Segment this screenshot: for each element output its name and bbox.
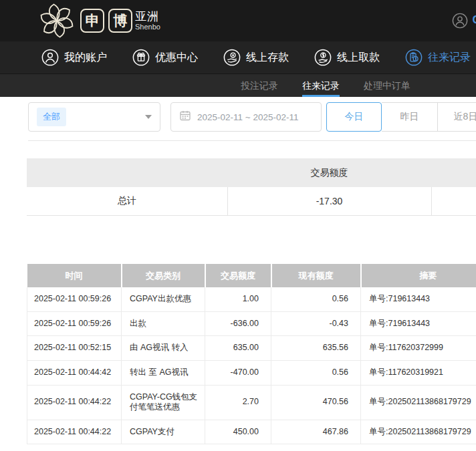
logo-char-bo: 博 <box>108 9 132 33</box>
cell-time: 2025-02-11 00:44:42 <box>27 360 122 385</box>
cell-balance: 467.86 <box>271 420 361 444</box>
flower-logo-icon <box>37 1 76 40</box>
brand-logo[interactable]: 申 博 亚洲 Shenbo <box>37 1 160 40</box>
nav-item-label: 往来记录 <box>428 51 471 65</box>
cell-time: 2025-02-11 00:59:26 <box>27 311 122 336</box>
cell-type: CGPAY支付 <box>122 420 205 444</box>
quick-date-buttons: 今日 昨日 近8日 <box>326 102 476 132</box>
cell-memo: 单号:719613443 <box>361 287 476 311</box>
cell-memo: 单号:719613443 <box>361 311 476 336</box>
account-avatar-icon[interactable] <box>452 13 468 31</box>
tab-pending-orders[interactable]: 处理中订单 <box>364 74 410 97</box>
nav-item-label: 线上存款 <box>246 51 289 65</box>
summary-total-row: 总计 -17.30 <box>27 187 476 216</box>
records-icon <box>405 49 423 66</box>
logo-region: 亚洲 <box>135 11 160 23</box>
nav-item-my-account[interactable]: 我的账户 <box>41 49 107 66</box>
cell-amount: 635.00 <box>205 336 271 361</box>
date-range-value: 2025-02-11 ~ 2025-02-11 <box>197 112 299 122</box>
table-row: 2025-02-11 00:59:26 出款 -636.00 -0.43 单号:… <box>27 311 476 336</box>
cell-balance: 470.56 <box>271 385 361 420</box>
col-header-balance: 现有额度 <box>271 264 361 287</box>
today-button[interactable]: 今日 <box>326 102 382 132</box>
cell-time: 2025-02-11 00:44:22 <box>27 385 122 420</box>
logo-char-shen: 申 <box>80 9 104 33</box>
selected-type-chip[interactable]: 全部 <box>37 108 66 126</box>
cell-memo: 单号:202502113868179729 <box>361 385 476 420</box>
nav-item-withdraw[interactable]: 线上取款 <box>314 49 380 66</box>
cell-type: 由 AG视讯 转入 <box>122 336 205 361</box>
table-row: 2025-02-11 00:44:42 转出 至 AG视讯 -470.00 0.… <box>27 360 476 385</box>
last-8-days-button[interactable]: 近8日 <box>438 102 476 132</box>
summary-header-empty <box>27 158 227 187</box>
filter-divider <box>28 140 476 141</box>
cell-type: 出款 <box>122 311 205 336</box>
cell-time: 2025-02-11 00:44:22 <box>27 420 122 444</box>
col-header-memo: 摘要 <box>361 264 476 287</box>
nav-item-label: 我的账户 <box>64 51 107 65</box>
cell-type: CGPAY出款优惠 <box>122 287 205 311</box>
summary-table: 交易额度 总计 -17.30 <box>27 158 476 216</box>
cell-memo: 单号:117620319921 <box>361 360 476 385</box>
summary-header-empty <box>431 158 476 187</box>
cell-time: 2025-02-11 00:59:26 <box>27 287 122 311</box>
summary-header-row: 交易额度 <box>27 158 476 187</box>
tab-betting-records[interactable]: 投注记录 <box>241 74 278 97</box>
cell-amount: 2.70 <box>205 385 271 420</box>
date-range-input[interactable]: 2025-02-11 ~ 2025-02-11 <box>170 102 322 132</box>
cell-amount: -470.00 <box>205 360 271 385</box>
cell-balance: 635.56 <box>271 336 361 361</box>
username-partial[interactable]: C <box>472 14 476 26</box>
cell-memo: 单号:202502113868179729 <box>361 420 476 444</box>
chevron-down-icon <box>145 115 152 119</box>
nav-item-transaction-records[interactable]: 往来记录 <box>405 49 471 66</box>
calendar-icon <box>179 110 191 124</box>
cell-amount: -636.00 <box>205 311 271 336</box>
cell-type: 转出 至 AG视讯 <box>122 360 205 385</box>
deposit-icon <box>223 49 241 66</box>
withdraw-icon <box>314 49 332 66</box>
col-header-type: 交易类别 <box>122 264 205 287</box>
main-nav: 我的账户 优惠中心 <box>0 41 476 73</box>
cell-memo: 单号:117620372999 <box>361 336 476 361</box>
cell-time: 2025-02-11 00:52:15 <box>27 336 122 361</box>
cell-amount: 450.00 <box>205 420 271 444</box>
tab-transaction-records[interactable]: 往来记录 <box>302 74 340 97</box>
page: 申 博 亚洲 Shenbo C 我的 <box>0 0 476 451</box>
top-bar: 申 博 亚洲 Shenbo C <box>0 0 476 41</box>
records-table: 时间 交易类别 交易额度 现有额度 摘要 2025-02-11 00:59:26… <box>27 264 476 444</box>
nav-item-label: 优惠中心 <box>155 51 198 65</box>
table-row: 2025-02-11 00:52:15 由 AG视讯 转入 635.00 635… <box>27 336 476 361</box>
cell-amount: 1.00 <box>205 287 271 311</box>
col-header-amount: 交易额度 <box>205 264 271 287</box>
yesterday-button[interactable]: 昨日 <box>382 102 438 132</box>
cell-balance: 0.56 <box>271 287 361 311</box>
records-header-row: 时间 交易类别 交易额度 现有额度 摘要 <box>27 264 476 287</box>
summary-total-label: 总计 <box>27 187 227 216</box>
summary-total-empty <box>431 187 476 216</box>
nav-item-label: 线上取款 <box>337 51 380 65</box>
summary-header-amount: 交易额度 <box>227 158 431 187</box>
logo-subtitle: 亚洲 Shenbo <box>135 11 160 31</box>
summary-total-value: -17.30 <box>227 187 431 216</box>
cell-balance: 0.56 <box>271 360 361 385</box>
cell-balance: -0.43 <box>271 311 361 336</box>
col-header-time: 时间 <box>27 264 122 287</box>
table-row: 2025-02-11 00:59:26 CGPAY出款优惠 1.00 0.56 … <box>27 287 476 311</box>
nav-item-deposit[interactable]: 线上存款 <box>223 49 289 66</box>
table-row: 2025-02-11 00:44:22 CGPAY支付 450.00 467.8… <box>27 420 476 444</box>
user-icon <box>41 49 59 66</box>
cell-type: CGPAY-CG钱包支付笔笔送优惠 <box>122 385 205 420</box>
logo-latin: Shenbo <box>135 23 160 31</box>
nav-item-promotions[interactable]: 优惠中心 <box>132 49 198 66</box>
table-row: 2025-02-11 00:44:22 CGPAY-CG钱包支付笔笔送优惠 2.… <box>27 385 476 420</box>
gift-icon <box>132 49 150 66</box>
type-filter-select[interactable]: 全部 <box>28 102 160 132</box>
sub-nav: 投注记录 往来记录 处理中订单 <box>0 73 476 97</box>
